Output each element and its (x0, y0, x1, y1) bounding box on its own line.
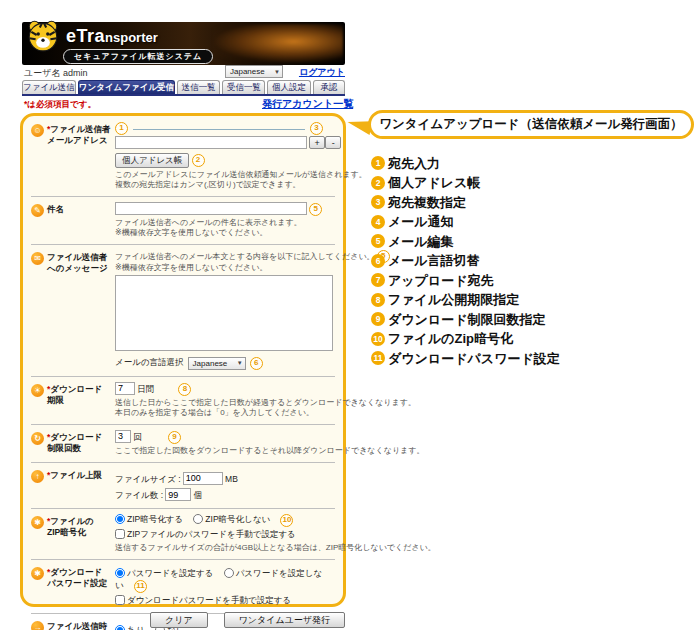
app-logo: eTransporter (66, 26, 158, 47)
tab-file-send[interactable]: ファイル送信 (22, 80, 76, 94)
legend-item: 10ファイルのZip暗号化 (371, 332, 560, 346)
subject-help: ファイル送信者へのメールの件名に表示されます。 ※機種依存文字を使用しないでくだ… (115, 218, 335, 238)
deadline-help: 送信した日からここで指定した日数が経過するとダウンロードできなくなります。 本日… (115, 398, 416, 418)
days-unit-label: 日間 (137, 383, 154, 393)
chevron-down-icon: ▼ (237, 360, 243, 366)
password-on-radio[interactable] (115, 568, 125, 578)
username-label: ユーザ名 admin (24, 67, 87, 80)
issued-accounts-link[interactable]: 発行アカウント一覧 (262, 97, 353, 111)
login-arrow-icon: → (31, 621, 44, 630)
legend-item: 4メール通知 (371, 215, 560, 229)
count-label: ダウンロード (50, 432, 102, 442)
tab-receive-list[interactable]: 受信一覧 (222, 80, 265, 94)
clear-button[interactable]: クリア (150, 612, 208, 628)
login-label: ファイル送信時 (47, 621, 107, 630)
legend-item: 11ダウンロードパスワード設定 (371, 351, 560, 365)
file-count-label: ファイル数 : (115, 490, 163, 500)
address-book-button[interactable]: 個人アドレス帳 (115, 153, 189, 168)
count-unit-label: 回 (133, 431, 142, 441)
etransporter-page: eTransporter セキュアファイル転送システム ユーザ名 admin J… (0, 0, 700, 630)
row-download-deadline: ☀ *ダウンロード期限 日間 8 送信した日からここで指定した日数が経過するとダ… (31, 377, 335, 425)
mail-language-select[interactable]: Japanese ▼ (188, 357, 246, 370)
app-tagline: セキュアファイル転送システム (63, 49, 213, 64)
count-refresh-icon: ↻ (31, 432, 44, 445)
subject-input[interactable] (115, 202, 307, 215)
required-note: *は必須項目です。 (24, 99, 96, 111)
annotation-10: 10 (280, 514, 293, 527)
download-days-input[interactable] (115, 382, 135, 395)
message-textarea[interactable] (115, 275, 333, 351)
zip-encrypt-off-radio[interactable] (193, 514, 203, 524)
file-size-label: ファイルサイズ : (115, 473, 181, 483)
user-bar: ユーザ名 admin Japanese ▼ ログアウト (22, 66, 345, 79)
zip-key-icon: ✱ (31, 516, 44, 529)
file-limit-label: ファイル上限 (50, 470, 102, 480)
legend-item: 9ダウンロード制限回数指定 (371, 312, 560, 326)
row-sender-email: ☺ *ファイル送信者メールアドレス 1 3 +- 個人アドレス帳 2 (31, 117, 335, 197)
row-message: ✉ ファイル送信者へのメッセージ ファイル送信者へのメール本文とする内容を以下に… (31, 245, 335, 377)
download-count-input[interactable] (115, 430, 131, 443)
legend-item: 6メール言語切替 (371, 254, 560, 268)
subject-pencil-icon: ✎ (31, 204, 44, 217)
language-select[interactable]: Japanese ▼ (225, 65, 283, 78)
password-off-radio[interactable] (224, 568, 234, 578)
legend-item: 7アップロード宛先 (371, 273, 560, 287)
logout-link[interactable]: ログアウト (299, 66, 345, 79)
annotation-9: 9 (168, 431, 181, 444)
annotation-11: 11 (134, 580, 147, 593)
zip-encrypt-on-radio[interactable] (115, 514, 125, 524)
password-key-icon: ✱ (31, 567, 44, 580)
message-label: ファイル送信者 (47, 252, 107, 262)
deadline-label: ダウンロード (50, 384, 102, 394)
file-count-input[interactable] (165, 488, 191, 501)
file-size-input[interactable] (183, 472, 223, 485)
tiger-photo (213, 24, 343, 63)
main-tabs: ファイル送信 ワンタイムファイル受信 送信一覧 受信一覧 個人設定 承認 (22, 80, 345, 94)
row-download-count: ↻ *ダウンロード制限回数 回 9 ここで指定した回数をダウンロードするとそれ以… (31, 425, 335, 463)
tab-personal-settings[interactable]: 個人設定 (267, 80, 310, 94)
sender-help: このメールアドレスにファイル送信依頼通知メールが送信されます。 複数の宛先指定は… (115, 170, 367, 190)
tab-underline (22, 94, 345, 96)
annotation-5a: 5 (309, 203, 322, 216)
legend-item: 2個人アドレス帳 (371, 176, 560, 190)
deadline-sun-icon: ☀ (31, 384, 44, 397)
tab-approval[interactable]: 承認 (313, 80, 345, 94)
legend-item: 3宛先複数指定 (371, 195, 560, 209)
row-file-limit: ↑ *ファイル上限 ファイルサイズ : MB ファイル数 : 個 (31, 463, 335, 509)
remove-recipient-button[interactable]: - (325, 136, 341, 149)
password-manual-checkbox[interactable] (115, 595, 125, 605)
row-download-password: ✱ *ダウンロードパスワード設定 パスワードを設定する パスワードを設定しない … (31, 560, 335, 614)
annotation-1: 1 (115, 122, 128, 135)
chevron-down-icon: ▼ (274, 69, 280, 75)
sender-email-input[interactable] (115, 136, 307, 149)
legend-item: 8ファイル公開期限指定 (371, 293, 560, 307)
sender-person-icon: ☺ (31, 124, 44, 137)
file-count-unit: 個 (194, 490, 203, 500)
onetime-upload-form: ☺ *ファイル送信者メールアドレス 1 3 +- 個人アドレス帳 2 (20, 113, 346, 607)
annotation-2: 2 (192, 154, 205, 167)
tab-send-list[interactable]: 送信一覧 (177, 80, 220, 94)
annotation-3: 3 (310, 122, 323, 135)
tiger-mascot-icon (25, 16, 61, 54)
subject-label: 件名 (47, 204, 64, 214)
mail-language-label: メールの言語選択 (115, 357, 184, 369)
zip-label: ファイルの (50, 516, 94, 526)
login-on-radio[interactable] (115, 625, 125, 630)
annotation-legend: 1宛先入力 2個人アドレス帳 3宛先複数指定 4メール通知 5メール編集 6メー… (371, 156, 560, 371)
tab-onetime-file-receive[interactable]: ワンタイムファイル受信 (78, 80, 175, 94)
file-limit-icon: ↑ (31, 470, 44, 483)
zip-manual-password-checkbox[interactable] (115, 529, 125, 539)
count-help: ここで指定した回数をダウンロードするとそれ以降ダウンロードできなくなります。 (115, 446, 424, 456)
annotation-line (133, 129, 305, 130)
app-banner: eTransporter セキュアファイル転送システム (22, 22, 345, 65)
file-size-unit: MB (225, 473, 238, 483)
add-recipient-button[interactable]: + (309, 136, 325, 149)
legend-item: 1宛先入力 (371, 156, 560, 170)
message-help: ファイル送信者へのメール本文とする内容を以下に記入してください。 5 ※機種依存… (115, 250, 390, 273)
issue-onetime-user-button[interactable]: ワンタイムユーザ発行 (224, 612, 345, 628)
form-actions: クリア ワンタイムユーザ発行 (150, 612, 345, 628)
annotation-6: 6 (250, 357, 263, 370)
row-zip-encryption: ✱ *ファイルのZIP暗号化 ZIP暗号化する ZIP暗号化しない 10 ZIP… (31, 509, 335, 560)
zip-help: 送信するファイルサイズの合計が4GB以上となる場合は、ZIP暗号化しないでくださ… (115, 543, 436, 553)
legend-item: 5メール編集 (371, 234, 560, 248)
